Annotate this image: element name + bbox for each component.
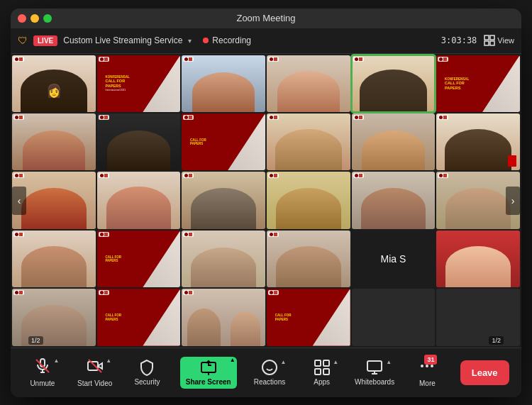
recording-dot-icon: [203, 38, 209, 43]
video-cell-14[interactable]: [97, 172, 181, 228]
svg-rect-2: [484, 41, 489, 45]
reactions-icon: [261, 359, 278, 376]
video-cell-27[interactable]: [182, 289, 265, 345]
video-cell-8[interactable]: [97, 113, 181, 170]
svg-rect-14: [315, 360, 321, 366]
svg-rect-15: [323, 360, 329, 366]
live-badge: LIVE: [33, 35, 57, 46]
recording-label: Recording: [212, 35, 251, 45]
more-label: More: [419, 379, 436, 387]
video-cell-6[interactable]: KonferensalCALL FORPAPERS: [436, 55, 520, 112]
recording-section: Recording: [203, 35, 251, 45]
video-icon-wrapper: [87, 357, 104, 377]
svg-point-23: [431, 365, 433, 367]
traffic-lights: [18, 14, 52, 23]
titlebar: Zoom Meeting: [11, 9, 521, 28]
video-cell-24[interactable]: [436, 231, 520, 287]
whiteboards-label: Whiteboards: [355, 378, 394, 386]
apps-label: Apps: [314, 378, 330, 386]
reactions-button[interactable]: Reactions ▲: [250, 359, 289, 386]
svg-rect-3: [490, 41, 494, 45]
video-cell-2[interactable]: KonferensalCALL FORPAPERS Internasional …: [97, 55, 181, 112]
security-button[interactable]: Security: [128, 359, 167, 386]
apps-icon: [314, 359, 331, 376]
security-label: Security: [134, 378, 160, 386]
svg-rect-1: [490, 35, 494, 40]
svg-point-22: [426, 365, 428, 367]
video-cell-16[interactable]: [267, 172, 350, 228]
minimize-button[interactable]: [31, 14, 39, 23]
start-video-label: Start Video: [77, 379, 112, 387]
video-cell-1[interactable]: 👩: [12, 55, 96, 112]
video-cell-25[interactable]: [12, 289, 96, 345]
svg-rect-17: [323, 369, 329, 375]
video-cell-17[interactable]: [352, 172, 436, 228]
apps-expand-icon[interactable]: ▲: [333, 359, 338, 365]
more-badge: 31: [424, 355, 437, 365]
video-cell-3[interactable]: [182, 55, 265, 112]
video-expand-icon[interactable]: ▲: [106, 357, 111, 364]
streaming-service-label[interactable]: Custom Live Streaming Service: [63, 35, 182, 45]
window-title: Zoom Meeting: [236, 13, 295, 23]
apps-button[interactable]: Apps ▲: [302, 359, 341, 386]
unmute-button[interactable]: Unmute ▲: [23, 357, 62, 387]
video-cell-5-highlighted[interactable]: [352, 55, 436, 112]
more-icon-wrapper: 31: [419, 357, 436, 377]
security-shield-icon: [138, 359, 155, 376]
mic-icon-wrapper: [34, 357, 51, 377]
more-button[interactable]: 31 More: [408, 357, 447, 387]
maximize-button[interactable]: [43, 14, 52, 23]
whiteboard-icon: [366, 359, 383, 376]
svg-rect-16: [315, 369, 321, 375]
page-indicator-right: 1/2: [489, 336, 504, 345]
video-grid: 👩 Kon: [11, 54, 521, 348]
video-cell-12[interactable]: [436, 113, 520, 170]
view-button[interactable]: View: [484, 35, 514, 46]
whiteboards-expand-icon[interactable]: ▲: [386, 359, 392, 365]
video-cell-21[interactable]: [182, 231, 265, 287]
unmute-expand-icon[interactable]: ▲: [53, 357, 59, 364]
share-screen-button[interactable]: Share Screen ▲: [180, 357, 237, 389]
video-cell-30[interactable]: [436, 289, 520, 345]
svg-point-21: [421, 365, 423, 367]
next-page-button[interactable]: ›: [506, 187, 520, 215]
video-cell-29[interactable]: [352, 289, 436, 345]
video-cell-mia[interactable]: Mia S: [352, 231, 436, 287]
video-area: ‹ › 1/2 1/2 👩: [11, 54, 521, 348]
video-cell-28[interactable]: CALL FORPAPERS: [267, 289, 350, 345]
prev-page-button[interactable]: ‹: [12, 187, 26, 215]
page-indicator-left: 1/2: [28, 336, 43, 345]
reactions-expand-icon[interactable]: ▲: [281, 359, 287, 365]
reactions-label: Reactions: [254, 378, 285, 386]
video-cell-22[interactable]: [267, 231, 350, 287]
video-cell-10[interactable]: [267, 113, 350, 170]
close-button[interactable]: [18, 14, 26, 23]
share-screen-label: Share Screen: [186, 378, 231, 386]
view-label: View: [497, 36, 514, 45]
video-cell-26[interactable]: CALL FORPAPERS: [97, 289, 181, 345]
video-cell-9[interactable]: CALL FORPAPERS: [182, 113, 265, 170]
whiteboards-button[interactable]: Whiteboards ▲: [355, 359, 394, 386]
grid-view-icon: [484, 35, 495, 46]
shield-icon: 🛡: [18, 35, 28, 46]
svg-point-11: [262, 360, 277, 375]
video-cell-19[interactable]: [12, 231, 96, 287]
share-screen-icon: [200, 360, 217, 377]
topbar-right: 3:03:38 View: [441, 35, 514, 46]
share-expand-icon[interactable]: ▲: [230, 357, 235, 363]
timer-display: 3:03:38: [441, 35, 477, 45]
start-video-button[interactable]: Start Video ▲: [75, 357, 114, 387]
svg-rect-18: [367, 361, 382, 371]
video-cell-20[interactable]: CALL FORPAPERS: [97, 231, 181, 287]
unmute-label: Unmute: [30, 379, 55, 387]
video-cell-15[interactable]: [182, 172, 265, 228]
video-cell-4[interactable]: [267, 55, 350, 112]
streaming-chevron-icon[interactable]: ▾: [188, 37, 192, 45]
zoom-window: Zoom Meeting 🛡 LIVE Custom Live Streamin…: [11, 9, 521, 397]
mia-name-label: Mia S: [381, 253, 406, 265]
video-cell-11[interactable]: [352, 113, 436, 170]
topbar: 🛡 LIVE Custom Live Streaming Service ▾ R…: [11, 28, 521, 54]
svg-rect-0: [484, 35, 489, 40]
leave-button[interactable]: Leave: [460, 360, 509, 385]
video-cell-7[interactable]: [12, 113, 96, 170]
